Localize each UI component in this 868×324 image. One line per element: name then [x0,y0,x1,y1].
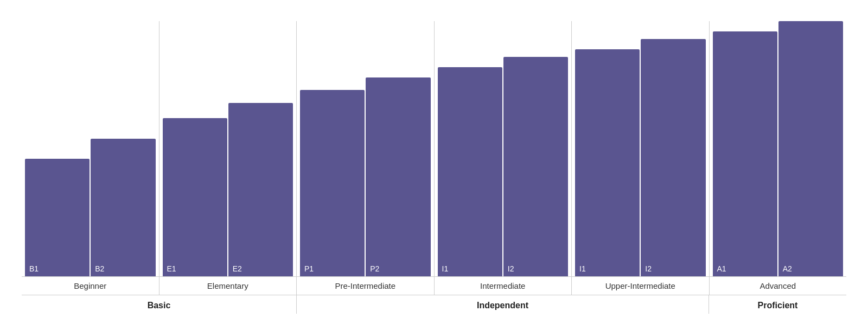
bar-wrap: I1 [575,21,640,276]
bar-group-1: E1E2 [159,21,297,276]
bar-A2: A2 [778,21,843,276]
bar-code-label: E2 [233,264,242,273]
bar-code-label: B1 [29,264,39,273]
bar-group-0: B1B2 [22,21,159,276]
bar-code-label: E1 [167,264,176,273]
category-labels: BasicIndependentProficient [22,295,846,314]
bar-group-3: I1I2 [435,21,572,276]
bar-wrap: I2 [503,21,568,276]
bar-wrap: E2 [228,21,293,276]
bar-P2: P2 [366,77,430,276]
bar-code-label: A1 [717,264,726,273]
bar-wrap: A2 [778,21,843,276]
bar-I1: I1 [575,49,640,276]
bar-wrap: I1 [438,21,502,276]
bar-wrap: E1 [163,21,227,276]
bars-area: B1B2E1E2P1P2I1I2I1I2A1A2 [22,21,846,277]
bar-wrap: A1 [713,21,777,276]
level-label-3: Intermediate [435,277,572,295]
chart-container: B1B2E1E2P1P2I1I2I1I2A1A2 BeginnerElement… [11,10,857,314]
bar-group-4: I1I2 [572,21,710,276]
bar-group-5: A1A2 [710,21,847,276]
level-label-0: Beginner [22,277,159,295]
bar-wrap: B1 [25,21,90,276]
bar-group-2: P1P2 [297,21,435,276]
bar-wrap: I2 [641,21,705,276]
bar-code-label: I1 [579,264,586,273]
bar-code-label: I1 [442,264,449,273]
bar-B2: B2 [91,139,155,276]
bar-code-label: P1 [304,264,314,273]
level-label-5: Advanced [710,277,847,295]
bar-code-label: I2 [645,264,652,273]
category-label-2: Proficient [709,295,846,314]
bar-wrap: P2 [366,21,430,276]
category-label-0: Basic [22,295,297,314]
bar-I1: I1 [438,67,502,276]
bar-code-label: P2 [370,264,379,273]
bar-E2: E2 [228,103,293,276]
bar-wrap: P1 [300,21,365,276]
bar-P1: P1 [300,90,365,276]
bar-wrap: B2 [91,21,155,276]
category-label-1: Independent [297,295,709,314]
level-label-1: Elementary [159,277,297,295]
bar-I2: I2 [503,57,568,276]
bar-E1: E1 [163,118,227,276]
bar-A1: A1 [713,31,777,276]
bar-code-label: B2 [95,264,104,273]
level-labels: BeginnerElementaryPre-IntermediateInterm… [22,277,846,295]
level-label-2: Pre-Intermediate [297,277,435,295]
bar-code-label: A2 [783,264,792,273]
bar-B1: B1 [25,159,90,276]
bar-code-label: I2 [508,264,514,273]
bar-I2: I2 [641,39,705,276]
level-label-4: Upper-Intermediate [572,277,710,295]
